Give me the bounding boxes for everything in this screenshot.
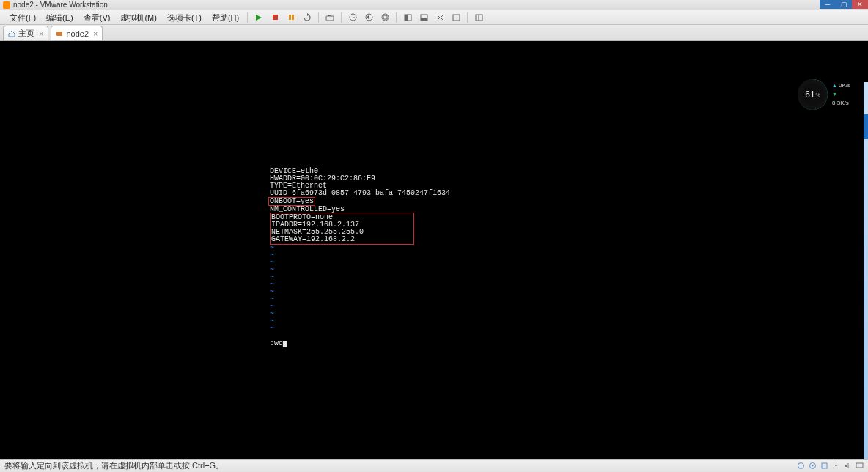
restart-icon [303,13,312,22]
close-button[interactable]: ✕ [852,0,868,9]
app-icon [3,1,10,9]
status-hint: 要将输入定向到该虚拟机，请在虚拟机内部单击或按 Ctrl+G。 [4,460,224,471]
menu-vm[interactable]: 虚拟机(M) [115,10,162,25]
device-usb-icon[interactable] [831,462,840,471]
unity-button[interactable] [417,12,430,23]
svg-rect-16 [453,15,460,21]
svg-rect-1 [273,15,278,20]
show-console-button[interactable] [449,12,463,23]
svg-rect-24 [856,463,863,468]
menu-help[interactable]: 帮助(H) [207,10,244,25]
status-bar: 要将输入定向到该虚拟机，请在虚拟机内部单击或按 Ctrl+G。 [0,459,868,472]
separator [318,12,319,23]
maximize-button[interactable]: ▢ [836,0,852,9]
svg-rect-18 [56,32,62,36]
window-title: node2 - VMware Workstation [13,1,108,9]
tab-node2-label: node2 [66,29,89,38]
cpu-percent: 61 [805,89,814,100]
separator [341,12,342,23]
snapshot-button[interactable] [323,12,336,23]
menu-edit[interactable]: 编辑(E) [41,10,78,25]
term-line: ONBOOT=yes [270,197,314,205]
vm-console[interactable]: DEVICE=eth0 HWADDR=00:0C:29:C2:86:F9 TYP… [0,41,868,459]
tab-node2-close[interactable]: × [93,29,98,38]
library-button[interactable] [472,12,485,23]
stretch-button[interactable] [433,12,446,23]
windows-edge [864,82,868,472]
menu-file[interactable]: 文件(F) [4,10,41,25]
svg-rect-6 [328,15,331,16]
snapshot-manager-button[interactable] [378,12,391,23]
stretch-icon [436,14,444,21]
tab-home-close[interactable]: × [39,29,43,38]
fullscreen-button[interactable] [401,12,414,23]
svg-point-19 [798,463,803,469]
svg-rect-22 [822,463,827,468]
play-button[interactable] [252,12,265,23]
stop-button[interactable] [268,12,282,23]
menu-view[interactable]: 查看(V) [78,10,116,25]
highlight-box-network: BOOTPROTO=none IPADDR=192.168.2.137 NETM… [270,213,414,245]
restart-button[interactable] [301,12,314,23]
fullscreen-icon [404,14,412,21]
net-down: 0.3K/s [832,90,855,108]
separator [247,12,248,23]
tabs-bar: 主页 × node2 × [0,25,868,41]
device-cd-icon[interactable] [808,462,817,471]
snapshot-revert-button[interactable] [362,12,375,23]
messages-icon[interactable] [855,462,864,471]
home-icon [8,30,15,37]
pause-button[interactable] [284,12,298,23]
vm-icon [56,30,63,37]
svg-point-10 [382,14,389,21]
svg-rect-3 [292,15,294,20]
tab-home-label: 主页 [18,28,34,39]
term-line: GATEWAY=192.168.2.2 [271,235,355,243]
svg-rect-2 [289,15,291,20]
show-desktop[interactable] [864,114,868,139]
stop-icon [272,14,279,21]
unity-icon [420,14,428,21]
perf-widget: 61% 0K/s 0.3K/s [798,79,855,110]
svg-rect-15 [421,18,427,21]
separator [396,12,397,23]
snapshot-take-button[interactable] [346,12,359,23]
minimize-button[interactable]: ─ [820,0,836,9]
terminal-output: DEVICE=eth0 HWADDR=00:0C:29:C2:86:F9 TYP… [270,161,450,355]
device-disk-icon[interactable] [796,462,805,471]
svg-marker-0 [256,15,262,21]
cursor [283,341,287,347]
title-bar: node2 - VMware Workstation ─ ▢ ✕ [0,0,868,10]
svg-rect-11 [383,15,387,19]
svg-rect-23 [845,465,847,467]
svg-point-21 [812,465,813,467]
svg-marker-9 [367,15,369,19]
svg-rect-13 [405,15,408,21]
svg-rect-5 [326,16,334,21]
tab-node2[interactable]: node2 × [51,26,103,40]
device-tray [796,462,864,471]
cpu-ring: 61% [798,79,828,110]
clock-icon [349,13,357,21]
snapshot-manager-icon [381,13,389,21]
device-net-icon[interactable] [820,462,828,471]
tab-home[interactable]: 主页 × [3,26,48,40]
camera-icon [326,14,334,21]
device-sound-icon[interactable] [843,462,852,471]
vim-command: :wq [270,339,283,347]
play-icon [255,14,262,21]
clock-back-icon [365,13,373,21]
net-values: 0K/s 0.3K/s [832,81,855,108]
net-up: 0K/s [832,81,855,90]
term-line: UUID=6fa6973d-0857-4793-bafa-7450247f163… [270,189,450,197]
cpu-unit: % [816,92,820,97]
menu-bar: 文件(F) 编辑(E) 查看(V) 虚拟机(M) 选项卡(T) 帮助(H) [0,10,868,25]
console-icon [452,14,460,21]
pause-icon [288,14,295,21]
library-icon [475,14,483,21]
separator [467,12,468,23]
menu-tabs[interactable]: 选项卡(T) [162,10,207,25]
vim-tildes: ~ ~ ~ ~ ~ ~ ~ ~ ~ ~ ~ ~ [270,244,274,333]
